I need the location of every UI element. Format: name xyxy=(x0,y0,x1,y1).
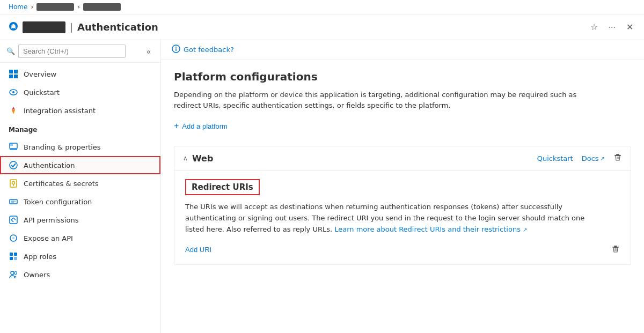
page-title: | Authentication xyxy=(23,21,158,33)
breadcrumb-app1 xyxy=(36,3,74,11)
quickstart-icon xyxy=(9,87,18,97)
sidebar-item-authentication[interactable]: Authentication xyxy=(0,156,160,174)
breadcrumb-app2 xyxy=(83,3,121,11)
svg-point-11 xyxy=(10,161,17,169)
plus-icon: + xyxy=(174,121,179,131)
manage-section-label: Manage xyxy=(0,122,160,136)
feedback-icon xyxy=(172,45,180,55)
add-platform-label: Add a platform xyxy=(182,122,228,130)
web-quickstart-link[interactable]: Quickstart xyxy=(537,154,573,162)
svg-point-28 xyxy=(14,272,17,275)
branding-icon xyxy=(9,142,18,152)
platform-config-desc: Depending on the platform or device this… xyxy=(174,90,603,110)
web-collapse-button[interactable]: ∧ xyxy=(183,154,188,162)
svg-rect-5 xyxy=(14,75,18,78)
svg-rect-9 xyxy=(10,144,13,146)
sidebar-item-token[interactable]: Token configuration xyxy=(0,193,160,211)
svg-rect-25 xyxy=(10,257,13,260)
breadcrumb: Home › › xyxy=(0,0,644,14)
svg-rect-15 xyxy=(10,199,17,204)
api-icon xyxy=(9,215,18,225)
svg-point-27 xyxy=(11,271,14,275)
redirect-uris-heading: Redirect URIs xyxy=(185,179,260,195)
sidebar-item-overview[interactable]: Overview xyxy=(0,65,160,83)
search-input[interactable] xyxy=(18,45,126,58)
approles-icon xyxy=(9,251,18,261)
svg-rect-32 xyxy=(616,154,619,155)
svg-rect-23 xyxy=(10,253,13,256)
app-icon xyxy=(9,21,18,33)
top-bar-actions: ☆ ··· ✕ xyxy=(588,20,635,34)
content-area: Got feedback? Platform configurations De… xyxy=(161,40,644,333)
svg-rect-26 xyxy=(14,257,17,260)
cert-icon xyxy=(9,179,18,188)
external-link-icon2: ↗ xyxy=(523,227,527,233)
collapse-sidebar-button[interactable]: « xyxy=(143,46,154,57)
rocket-icon xyxy=(9,106,18,115)
web-docs-link[interactable]: Docs ↗ xyxy=(582,154,605,162)
svg-line-21 xyxy=(11,220,13,222)
main-layout: 🔍 « Overview Quickstart Integ xyxy=(0,40,644,333)
expose-icon xyxy=(9,233,18,243)
learn-more-link[interactable]: Learn more about Redirect URIs and their… xyxy=(334,225,521,233)
svg-line-19 xyxy=(11,218,13,220)
svg-point-30 xyxy=(175,47,177,48)
web-header-actions: Quickstart Docs ↗ xyxy=(537,153,622,164)
svg-rect-3 xyxy=(14,70,18,73)
add-platform-button[interactable]: + Add a platform xyxy=(174,119,228,133)
sidebar-item-integration[interactable]: Integration assistant xyxy=(0,101,160,120)
breadcrumb-home[interactable]: Home xyxy=(9,3,27,11)
svg-point-13 xyxy=(12,182,15,184)
sidebar-item-quickstart[interactable]: Quickstart xyxy=(0,83,160,101)
svg-rect-18 xyxy=(10,216,17,224)
svg-rect-4 xyxy=(9,75,13,78)
svg-rect-36 xyxy=(614,246,617,247)
svg-line-20 xyxy=(13,218,16,220)
web-section-header: ∧ Web Quickstart Docs ↗ xyxy=(174,146,631,171)
app-name-hidden xyxy=(23,21,65,33)
pin-button[interactable]: ☆ xyxy=(588,20,600,34)
web-section: ∧ Web Quickstart Docs ↗ Redirect xyxy=(174,146,631,265)
sidebar-item-certificates[interactable]: Certificates & secrets xyxy=(0,174,160,193)
web-delete-button[interactable] xyxy=(613,153,622,164)
sidebar-item-app-roles[interactable]: App roles xyxy=(0,247,160,265)
web-section-content: Redirect URIs The URIs we will accept as… xyxy=(174,171,631,264)
add-uri-row: Add URI xyxy=(185,243,620,256)
platform-config-title: Platform configurations xyxy=(174,70,631,83)
redirect-desc-text: The URIs we will accept as destinations … xyxy=(185,202,604,235)
svg-point-7 xyxy=(12,91,14,93)
search-bar: 🔍 « xyxy=(0,40,160,63)
web-section-title: Web xyxy=(192,153,533,164)
sidebar-item-api-permissions[interactable]: API permissions xyxy=(0,211,160,229)
external-link-icon: ↗ xyxy=(601,156,605,161)
nav-section-manage: Branding & properties Authentication Cer… xyxy=(0,136,160,286)
svg-rect-24 xyxy=(14,253,17,256)
sidebar-item-branding[interactable]: Branding & properties xyxy=(0,138,160,156)
top-bar-left: | Authentication xyxy=(9,21,158,33)
more-button[interactable]: ··· xyxy=(606,20,618,34)
svg-rect-2 xyxy=(9,70,13,73)
content-body: Platform configurations Depending on the… xyxy=(161,60,644,276)
token-icon xyxy=(9,197,18,206)
sidebar-item-owners[interactable]: Owners xyxy=(0,265,160,284)
sidebar: 🔍 « Overview Quickstart Integ xyxy=(0,40,161,333)
sidebar-item-expose-api[interactable]: Expose an API xyxy=(0,229,160,247)
auth-icon xyxy=(9,160,18,170)
nav-section-top: Overview Quickstart Integration assistan… xyxy=(0,63,160,122)
top-bar: | Authentication ☆ ··· ✕ xyxy=(0,14,644,40)
feedback-label: Got feedback? xyxy=(184,46,234,54)
uri-delete-button[interactable] xyxy=(611,245,620,255)
overview-icon xyxy=(9,69,18,79)
feedback-bar[interactable]: Got feedback? xyxy=(161,40,644,60)
owners-icon xyxy=(9,270,18,279)
search-icon: 🔍 xyxy=(6,47,15,55)
add-uri-button[interactable]: Add URI xyxy=(185,243,211,256)
close-button[interactable]: ✕ xyxy=(624,20,635,34)
